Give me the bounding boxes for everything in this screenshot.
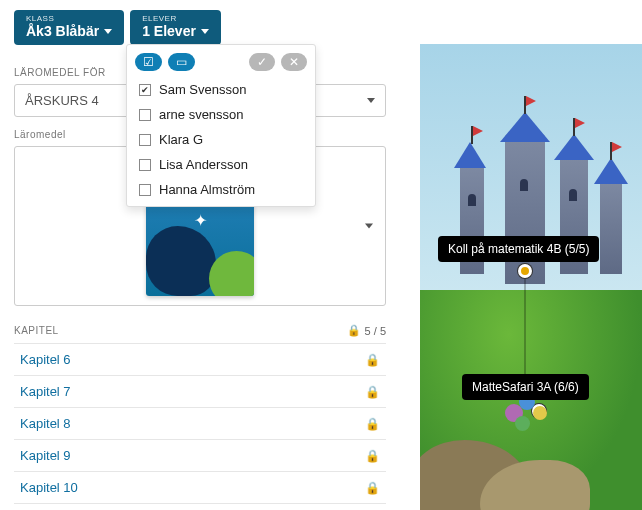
student-name: Lisa Andersson: [159, 157, 248, 172]
kapitel-title: Kapitel 10: [20, 480, 78, 495]
kapitel-row[interactable]: Kapitel 8🔒: [14, 408, 386, 440]
world-map[interactable]: Koll på matematik 4B (5/5) MatteSafari 3…: [420, 44, 642, 510]
map-tooltip-2: MatteSafari 3A (6/6): [462, 374, 589, 400]
students-dropdown: ☑ ▭ ✓ ✕ Sam Svenssonarne svenssonKlara G…: [126, 44, 316, 207]
chevron-down-icon: [201, 29, 209, 34]
lock-icon: 🔒: [365, 385, 380, 399]
lock-icon: 🔒: [365, 417, 380, 431]
deselect-all-button[interactable]: ▭: [168, 53, 195, 71]
checkbox[interactable]: [139, 134, 151, 146]
uncheck-all-icon: ▭: [176, 55, 187, 69]
class-small-label: KLASS: [26, 14, 54, 23]
kapitel-row[interactable]: Kapitel 10🔒: [14, 472, 386, 504]
kapitel-title: Kapitel 7: [20, 384, 71, 399]
check-all-icon: ☑: [143, 55, 154, 69]
checkbox[interactable]: [139, 109, 151, 121]
close-icon: ✕: [289, 55, 299, 69]
student-option[interactable]: Klara G: [127, 127, 315, 152]
lock-icon: 🔒: [365, 449, 380, 463]
student-option[interactable]: Sam Svensson: [127, 77, 315, 102]
lock-icon: 🔒: [347, 324, 361, 337]
cancel-button[interactable]: ✕: [281, 53, 307, 71]
student-name: Hanna Almström: [159, 182, 255, 197]
chevron-down-icon: [367, 98, 375, 103]
lock-icon: 🔒: [365, 353, 380, 367]
kapitel-row[interactable]: Kapitel 6🔒: [14, 344, 386, 376]
class-value: Åk3 Blåbär: [26, 23, 99, 39]
kapitel-row[interactable]: Kapitel 7🔒: [14, 376, 386, 408]
select-all-button[interactable]: ☑: [135, 53, 162, 71]
kapitel-row[interactable]: Kapitel 9🔒: [14, 440, 386, 472]
balloons-illustration: [505, 394, 565, 444]
check-icon: ✓: [257, 55, 267, 69]
kapitel-count: 5 / 5: [365, 325, 386, 337]
map-tooltip-1: Koll på matematik 4B (5/5): [438, 236, 599, 262]
kapitel-title: Kapitel 9: [20, 448, 71, 463]
class-select-button[interactable]: KLASS Åk3 Blåbär: [14, 10, 124, 45]
chevron-down-icon: [104, 29, 112, 34]
students-select-button[interactable]: ELEVER 1 Elever: [130, 10, 221, 45]
student-option[interactable]: arne svensson: [127, 102, 315, 127]
student-option[interactable]: Hanna Almström: [127, 177, 315, 202]
checkbox[interactable]: [139, 184, 151, 196]
course-select-value: ÅRSKURS 4: [25, 93, 99, 108]
student-option[interactable]: Lisa Andersson: [127, 152, 315, 177]
checkbox[interactable]: [139, 159, 151, 171]
confirm-button[interactable]: ✓: [249, 53, 275, 71]
map-marker-1[interactable]: [518, 264, 532, 278]
checkbox[interactable]: [139, 84, 151, 96]
student-name: arne svensson: [159, 107, 244, 122]
student-name: Sam Svensson: [159, 82, 246, 97]
kapitel-title: Kapitel 8: [20, 416, 71, 431]
students-small-label: ELEVER: [142, 14, 177, 23]
castle-illustration: [450, 124, 630, 304]
students-value: 1 Elever: [142, 23, 196, 39]
chevron-down-icon: [365, 224, 373, 229]
star-icon: ✦: [194, 211, 207, 230]
kapitel-title: Kapitel 6: [20, 352, 71, 367]
student-name: Klara G: [159, 132, 203, 147]
kapitel-label: KAPITEL: [14, 325, 59, 336]
lock-icon: 🔒: [365, 481, 380, 495]
